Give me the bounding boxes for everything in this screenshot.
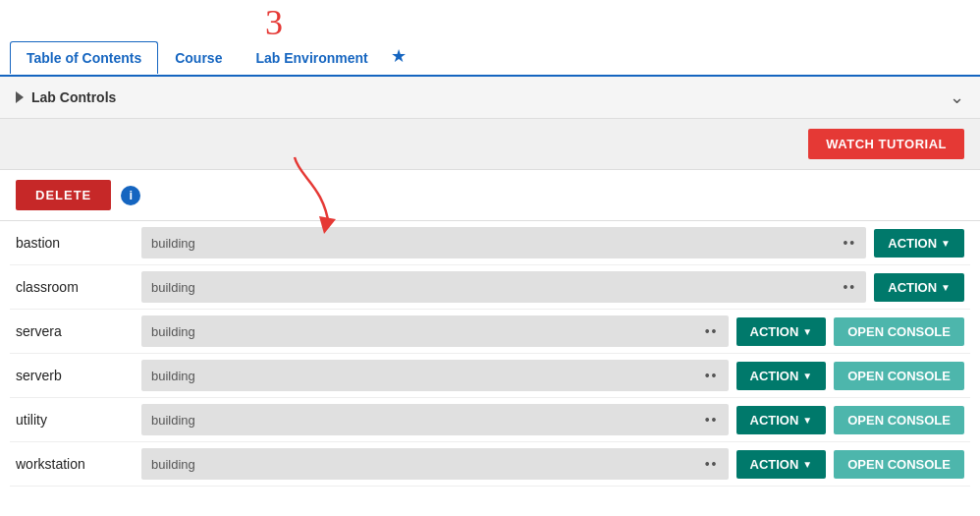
vm-name: classroom [16,279,134,295]
watch-tutorial-button[interactable]: WATCH TUTORIAL [808,129,964,159]
action-button-classroom[interactable]: ACTION ▼ [874,273,964,302]
action-button-servera[interactable]: ACTION ▼ [736,317,827,346]
vm-bar: building •• [141,404,729,435]
table-row: bastion building •• ACTION ▼ [10,221,970,265]
vm-bar-label: building [151,280,195,295]
tab-course[interactable]: Course [158,41,239,74]
lab-controls-label: Lab Controls [31,89,116,105]
vm-bar-dots: •• [705,456,719,472]
lab-controls-bar[interactable]: Lab Controls ⌄ [0,77,980,119]
vm-bar-dots: •• [843,235,856,251]
dropdown-arrow-icon: ▼ [802,326,812,337]
open-console-button-servera[interactable]: OPEN CONSOLE [834,317,964,346]
vm-name: bastion [16,235,134,251]
open-console-button-utility[interactable]: OPEN CONSOLE [834,406,964,434]
open-console-button-workstation[interactable]: OPEN CONSOLE [834,450,964,479]
dropdown-arrow-icon: ▼ [802,415,812,426]
tutorial-row: WATCH TUTORIAL [0,119,980,170]
lab-controls-left: Lab Controls [16,89,116,105]
vm-bar: building •• [141,315,729,347]
dropdown-arrow-icon: ▼ [941,282,951,293]
vm-name: utility [16,412,134,428]
dropdown-arrow-icon: ▼ [802,371,812,381]
delete-row: DELETE i [0,170,980,221]
dropdown-arrow-icon: ▼ [941,238,951,249]
vm-name: workstation [16,456,134,472]
action-button-workstation[interactable]: ACTION ▼ [736,450,827,479]
table-row: utility building •• ACTION ▼ OPEN CONSOL… [10,398,970,442]
action-button-utility[interactable]: ACTION ▼ [736,406,827,434]
tab-star[interactable]: ★ [385,37,412,75]
collapse-triangle-icon [16,91,24,103]
vm-bar: building •• [141,271,866,303]
table-row: workstation building •• ACTION ▼ OPEN CO… [10,442,970,487]
annotation-number: 3 [265,2,283,43]
action-button-bastion[interactable]: ACTION ▼ [874,229,964,258]
vm-name: servera [16,323,134,339]
vm-bar: building •• [141,360,729,391]
vm-bar-label: building [151,457,195,472]
vm-bar: building •• [141,448,729,480]
vm-bar-label: building [151,413,195,428]
action-button-serverb[interactable]: ACTION ▼ [736,362,827,390]
dropdown-arrow-icon: ▼ [802,459,812,470]
vm-bar-dots: •• [705,323,719,339]
vm-name: serverb [16,368,134,383]
tab-toc[interactable]: Table of Contents [10,41,158,74]
vm-table: bastion building •• ACTION ▼ classroom b… [0,221,980,487]
chevron-down-icon: ⌄ [950,86,964,108]
delete-button[interactable]: DELETE [16,180,111,210]
info-icon[interactable]: i [121,186,140,205]
vm-bar-label: building [151,369,195,383]
open-console-button-serverb[interactable]: OPEN CONSOLE [834,362,964,390]
table-row: classroom building •• ACTION ▼ [10,265,970,310]
table-row: serverb building •• ACTION ▼ OPEN CONSOL… [10,354,970,398]
vm-bar-dots: •• [705,412,719,428]
vm-bar: building •• [141,227,866,258]
vm-bar-dots: •• [705,368,719,383]
vm-bar-label: building [151,324,195,339]
vm-bar-dots: •• [843,279,856,295]
vm-bar-label: building [151,236,195,251]
table-row: servera building •• ACTION ▼ OPEN CONSOL… [10,310,970,354]
tab-lab-env[interactable]: Lab Environment [239,41,384,74]
tabs-bar: Table of Contents Course Lab Environment… [0,37,980,77]
